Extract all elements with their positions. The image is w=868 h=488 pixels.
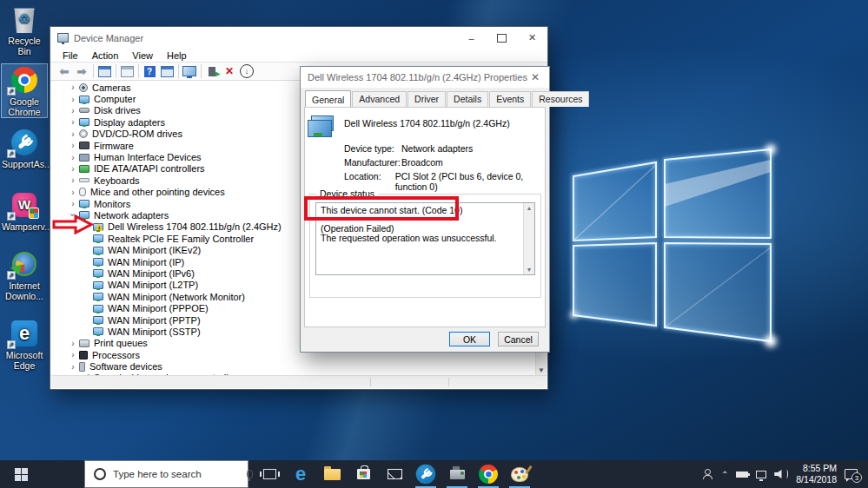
menu-item[interactable]: View (125, 50, 160, 61)
shortcut-arrow-icon (7, 149, 16, 158)
paint-taskbar-icon[interactable] (504, 460, 535, 488)
ok-button[interactable]: OK (449, 332, 490, 346)
tree-item-label: Software devices (89, 361, 162, 372)
tree-item-label: WAN Miniport (SSTP) (108, 326, 201, 337)
volume-icon[interactable] (774, 470, 784, 478)
battery-icon[interactable] (736, 472, 748, 478)
chevron-icon[interactable] (67, 339, 79, 348)
dialog-title: Dell Wireless 1704 802.11b/g/n (2.4GHz) … (308, 72, 528, 82)
dialog-tab[interactable]: Resources (532, 91, 589, 107)
task-view-icon[interactable] (254, 460, 285, 488)
file-explorer-icon[interactable] (316, 460, 348, 488)
field-value: Network adapters (401, 143, 473, 157)
dialog-tab[interactable]: Driver (407, 91, 446, 107)
chevron-icon[interactable] (67, 175, 79, 185)
edge-taskbar-icon[interactable]: e (285, 460, 316, 488)
shortcut-arrow-icon (7, 212, 16, 221)
network-icon[interactable] (756, 471, 766, 478)
annotation-rectangle (304, 196, 459, 221)
desktop-icon-label: Microsoft Edge (2, 351, 47, 371)
menu-item[interactable]: Action (85, 50, 126, 61)
show-console-tree-icon[interactable] (96, 63, 113, 79)
chevron-icon[interactable] (67, 95, 79, 104)
warning-icon (95, 223, 103, 231)
start-button[interactable] (0, 460, 42, 488)
menu-item[interactable]: Help (160, 50, 194, 61)
dialog-close-icon[interactable]: ✕ (528, 71, 542, 83)
chevron-icon[interactable] (67, 82, 79, 92)
tree-item-label: Display adapters (94, 117, 165, 128)
microsoft-edge-icon[interactable]: e Microsoft Edge (2, 318, 47, 371)
scan-for-hardware-changes-icon[interactable] (181, 63, 198, 79)
chevron-icon[interactable] (67, 362, 79, 372)
uninstall-device-icon[interactable] (221, 63, 238, 79)
maximize-button[interactable] (487, 27, 517, 49)
tree-item-label: Monitors (94, 199, 130, 209)
chevron-icon[interactable] (67, 129, 79, 139)
dialog-tab[interactable]: General (305, 90, 351, 108)
supportassist-icon[interactable]: SupportAs... (2, 127, 47, 170)
microsoft-store-icon[interactable] (348, 460, 379, 488)
cancel-button[interactable]: Cancel (498, 332, 539, 346)
scroll-up-icon[interactable]: ▲ (524, 203, 534, 213)
chevron-icon[interactable] (67, 141, 79, 150)
chevron-icon[interactable] (67, 350, 79, 359)
help-icon[interactable] (141, 63, 158, 79)
tree-item-label: Human Interface Devices (94, 152, 202, 162)
field-value: PCI Slot 2 (PCI bus 6, device 0, functio… (395, 171, 549, 185)
menu-item[interactable]: File (56, 50, 85, 61)
status-bar (51, 375, 547, 388)
chevron-icon[interactable] (67, 188, 79, 197)
shortcut-arrow-icon (7, 340, 16, 349)
shortcut-arrow-icon (7, 271, 16, 280)
action-center-icon[interactable]: 3 (845, 469, 858, 479)
minimize-button[interactable]: – (456, 27, 487, 49)
scroll-down-icon[interactable]: ▼ (536, 365, 547, 375)
chevron-icon[interactable] (67, 164, 79, 174)
dialog-tab[interactable]: Events (489, 91, 531, 107)
chevron-icon[interactable] (67, 106, 79, 115)
chevron-icon[interactable] (67, 117, 79, 127)
export-list-icon[interactable] (118, 63, 136, 79)
supportassist-taskbar-icon[interactable] (410, 460, 441, 488)
tree-item-label: WAN Miniport (L2TP) (108, 280, 198, 290)
desktop-icon-label: Wampserv... (2, 222, 47, 233)
device-manager-titlebar[interactable]: Device Manager – ✕ (50, 27, 547, 49)
update-driver-icon[interactable] (203, 63, 221, 79)
internet-download-manager-icon[interactable]: Internet Downlo... (2, 248, 47, 301)
tree-item-label: Processors (92, 350, 140, 360)
tree-item-software-devices[interactable]: Software devices (51, 360, 535, 372)
scroll-down-icon[interactable]: ▼ (524, 265, 534, 274)
device-manager-taskbar-icon[interactable] (441, 460, 473, 488)
back-icon[interactable] (56, 63, 73, 79)
menu-bar: FileActionViewHelp (50, 49, 547, 62)
chrome-taskbar-icon[interactable] (473, 460, 504, 488)
close-button[interactable]: ✕ (517, 27, 547, 49)
status-scrollbar[interactable]: ▲ ▼ (523, 203, 534, 274)
device-type-icon (79, 118, 89, 126)
recycle-bin-icon[interactable]: Recycle Bin (2, 3, 47, 56)
google-chrome-icon[interactable]: Google Chrome (2, 64, 47, 117)
dialog-tabs: GeneralAdvancedDriverDetailsEventsResour… (305, 91, 590, 107)
forward-icon[interactable] (73, 63, 90, 79)
chevron-icon[interactable] (67, 153, 79, 162)
dialog-titlebar[interactable]: Dell Wireless 1704 802.11b/g/n (2.4GHz) … (301, 67, 549, 88)
clock-time: 8:55 PM (796, 463, 837, 474)
properties-icon[interactable] (158, 63, 176, 79)
device-type-icon (79, 154, 89, 162)
device-type-icon (93, 281, 103, 289)
hidden-icons-chevron-icon[interactable]: ⌃ (721, 470, 728, 479)
device-type-icon (93, 293, 103, 300)
search-input[interactable] (113, 469, 247, 479)
dialog-tab[interactable]: Advanced (352, 91, 407, 107)
windows-start-icon (15, 468, 28, 481)
people-icon[interactable] (702, 469, 713, 479)
dialog-tab[interactable]: Details (447, 91, 488, 107)
clock[interactable]: 8:55 PM 8/14/2018 (796, 463, 837, 485)
microphone-icon[interactable] (247, 470, 253, 478)
wampserver-icon[interactable]: W Wampserv... (2, 189, 47, 233)
chevron-icon[interactable] (67, 199, 79, 208)
disable-device-icon[interactable] (238, 63, 255, 79)
mail-icon[interactable] (379, 460, 410, 488)
taskbar-search[interactable] (84, 460, 248, 488)
